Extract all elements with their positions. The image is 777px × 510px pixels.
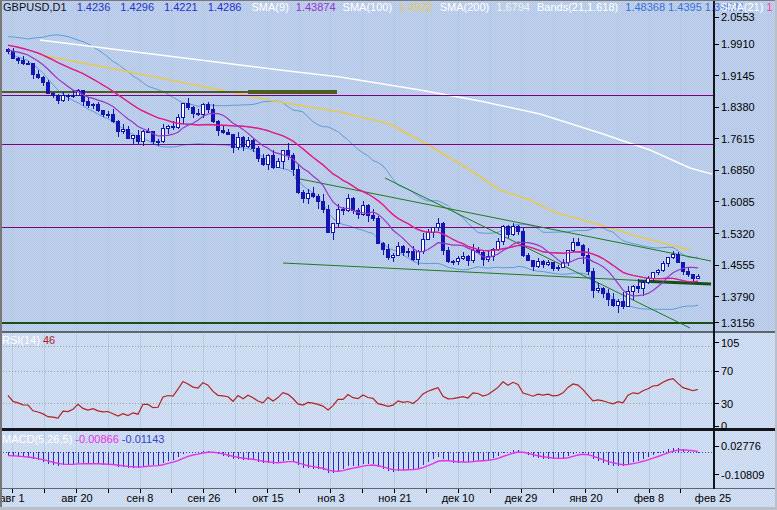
axis-label: 0 xyxy=(721,420,727,432)
axis-label: 1.9145 xyxy=(721,70,755,82)
candles xyxy=(7,48,700,314)
axis-label: 70 xyxy=(721,365,733,377)
low-value: 1.4221 xyxy=(164,1,198,13)
axis-label: 1.7615 xyxy=(721,133,755,145)
axis-label: 1.5320 xyxy=(721,228,755,240)
date-label: дек 29 xyxy=(505,492,538,504)
macd-signal-value: -0.01143 xyxy=(122,433,165,445)
rsi-header: RSI(14) 46 xyxy=(2,334,55,346)
axis-label: 0.02776 xyxy=(721,440,761,452)
axis-label: 1.3156 xyxy=(721,317,755,329)
chart-header: GBPUSD,D1 1.4236 1.4296 1.4221 1.4286 SM… xyxy=(3,1,759,13)
macd-value: -0.00866 xyxy=(75,433,118,445)
close-value: 1.4286 xyxy=(208,1,242,13)
sma21-legend: SMA(21) 1 xyxy=(720,1,773,13)
axis-label: 1.9910 xyxy=(721,38,755,50)
indicator-label: Bands(21,1.618) xyxy=(537,1,618,13)
date-label: авг 1 xyxy=(0,492,25,504)
date-label: фев 8 xyxy=(634,492,664,504)
sma21-label: SMA(21) xyxy=(720,1,763,13)
axis-label: 1.3790 xyxy=(721,291,755,303)
date-label: авг 20 xyxy=(61,492,92,504)
date-label: сен 26 xyxy=(188,492,221,504)
date-label: янв 20 xyxy=(569,492,602,504)
rsi-label: RSI(14) xyxy=(2,334,40,346)
axis-label: 105 xyxy=(721,337,739,349)
date-label: дек 10 xyxy=(442,492,475,504)
axis-label: 1.8380 xyxy=(721,101,755,113)
axis-label: 1.6085 xyxy=(721,196,755,208)
rsi-value: 46 xyxy=(43,334,55,346)
macd-label: MACD(5,26,5) xyxy=(2,433,72,445)
sma21-value: 1 xyxy=(766,1,772,13)
date-label: окт 15 xyxy=(252,492,283,504)
axis-label: 2.0553 xyxy=(721,11,755,23)
indicator-label: SMA(200) xyxy=(440,1,490,13)
price-chart[interactable] xyxy=(0,2,714,330)
macd-header: MACD(5,26,5) -0.00866 -0.01143 xyxy=(2,433,164,445)
symbol-period-label: GBPUSD,D1 xyxy=(3,1,67,13)
date-label: ноя 3 xyxy=(317,492,344,504)
indicator-label: SMA(100) xyxy=(343,1,393,13)
mt4-chart-window: 2.05531.99101.91451.83801.76151.68501.60… xyxy=(0,0,777,510)
indicator-value: 1.43874 xyxy=(296,1,336,13)
axis-label: 1.4555 xyxy=(721,259,755,271)
indicator-label: SMA(9) xyxy=(252,1,289,13)
axes: 2.05531.99101.91451.83801.76151.68501.60… xyxy=(0,1,764,504)
date-label: фев 25 xyxy=(695,492,731,504)
high-value: 1.4296 xyxy=(120,1,154,13)
axis-label: 30 xyxy=(721,398,733,410)
indicator-legend: SMA(9)1.43874SMA(100)1.4922SMA(200)1.679… xyxy=(252,1,752,13)
date-label: сен 8 xyxy=(127,492,154,504)
date-label: ноя 21 xyxy=(378,492,411,504)
indicator-value: 1.4922 xyxy=(399,1,433,13)
open-value: 1.4236 xyxy=(77,1,111,13)
axis-label: -0.10809 xyxy=(721,469,764,481)
rsi-plot[interactable] xyxy=(0,334,714,427)
indicator-value: 1.6794 xyxy=(496,1,530,13)
axis-label: 1.6850 xyxy=(721,164,755,176)
